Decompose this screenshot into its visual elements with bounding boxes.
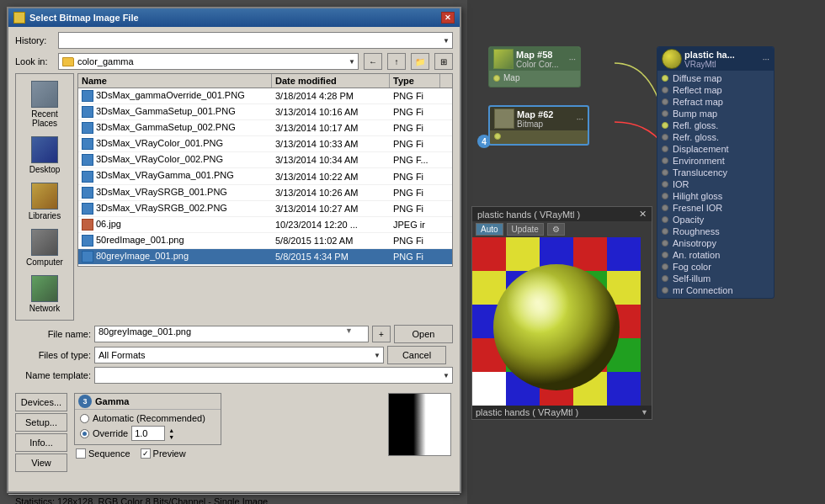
history-label: History: [15,35,53,45]
dialog-bottom: Devices... Setup... Info... View 3 Gamma… [8,393,460,494]
plastic-preview-header: plastic hands ( VRayMtl ) ✕ [472,207,652,221]
nav-computer[interactable]: Computer [18,225,72,270]
prop-displacement-label: Displacement [673,144,729,154]
vraymtl-thumb [662,49,682,69]
titlebar-left: Select Bitmap Image File [13,12,139,24]
nav-recent-places[interactable]: Recent Places [18,77,72,131]
file-row[interactable]: 3DsMax_VRayColor_002.PNG 3/13/2014 10:34… [78,152,452,168]
filetype-combo[interactable]: All Formats [94,347,384,363]
lookin-label: Look in: [15,56,53,66]
file-row[interactable]: 3DsMax_VRayGamma_001.PNG 3/13/2014 10:22… [78,168,452,184]
file-row[interactable]: 80greyImage_001.png 5/8/2015 4:34 PM PNG… [78,249,452,265]
file-row[interactable]: 3DsMax_VRayColor_001.PNG 3/13/2014 10:33… [78,136,452,152]
nav-libraries-label: Libraries [29,211,61,220]
file-list[interactable]: Name Date modified Type 3DsMax_gammaOver… [77,73,453,267]
file-row[interactable]: 06.jpg 10/23/2014 12:20 ... JPEG ir [78,217,452,233]
preview-image [388,393,451,456]
filename-input[interactable]: 80greyImage_001.png ▼ [94,326,369,342]
filename-btn[interactable]: + [372,326,391,342]
prop-reflect-map: Reflect map [657,84,774,96]
nav-computer-label: Computer [26,257,63,267]
prop-translucency-label: Translucency [673,167,727,178]
node-map62-thumb [494,109,514,129]
prop-fog: Fog color [657,261,774,273]
node-vraymtl[interactable]: plastic ha... VRayMtl ··· Diffuse map Re… [657,46,774,299]
preview-dropdown[interactable]: plastic hands ( VRayMtl ) ▼ [472,406,652,419]
socket-anisotropy [662,240,668,247]
file-row[interactable]: 3DsMax_GammaSetup_002.PNG 3/13/2014 10:1… [78,120,452,136]
nav-network[interactable]: Network [18,272,72,316]
col-date-header: Date modified [272,74,390,88]
close-button[interactable]: ✕ [441,12,455,24]
view-button[interactable]: View [15,454,67,472]
file-list-area: Recent Places Desktop Libraries Computer… [15,73,453,321]
file-icon [82,138,93,150]
file-date-cell: 3/13/2014 10:33 AM [272,138,390,150]
prop-refl-gloss-label: Refl. gloss. [673,120,718,130]
cancel-button[interactable]: Cancel [387,346,446,364]
vraymtl-title: plastic ha... [684,50,735,60]
prop-translucency: Translucency [657,167,774,178]
node-map62-menu[interactable]: ··· [577,114,583,124]
override-spinner[interactable]: 1.0 [131,426,165,441]
auto-btn[interactable]: Auto [476,223,503,236]
file-row[interactable]: 3DsMax_GammaSetup_001.PNG 3/13/2014 10:1… [78,104,452,120]
preview-label: Preview [153,448,186,459]
file-date-cell: 5/8/2015 11:02 AM [272,235,390,247]
gamma-body: Automatic (Recommended) Override 1.0 ▲ ▼ [75,410,221,444]
preview-checkbox[interactable] [141,448,151,459]
spinner-down[interactable]: ▼ [168,434,174,440]
nav-desktop[interactable]: Desktop [18,133,72,178]
node-map58-titles: Map #58 Color Cor... [516,50,559,69]
prop-roughness: Roughness [657,225,774,237]
nametemplate-combo[interactable] [94,367,453,384]
setup-button[interactable]: Setup... [15,413,67,432]
prop-anisotropy-label: Anisotropy [673,238,716,248]
dialog-title-icon [13,12,25,24]
file-row[interactable]: 3DsMax_VRaySRGB_002.PNG 3/13/2014 10:27 … [78,201,452,217]
plastic-preview-panel: plastic hands ( VRayMtl ) ✕ Auto Update … [471,206,652,420]
update-btn[interactable]: Update [507,223,544,236]
file-row[interactable]: 50redImage_001.png 5/8/2015 11:02 AM PNG… [78,233,452,249]
nav-new-btn[interactable]: 📁 [411,53,429,70]
prop-bump-label: Bump map [673,109,717,119]
filename-value: 80greyImage_001.png [98,326,191,337]
prop-fresnel: Fresnel IOR [657,202,774,214]
sequence-checkbox[interactable] [76,448,86,459]
preview-settings-btn[interactable]: ⚙ [547,223,565,236]
node-map62-body [490,130,588,144]
auto-radio-row: Automatic (Recommended) [80,413,216,423]
nav-back-btn[interactable]: ← [364,53,382,70]
node-map62-header: Map #62 Bitmap ··· [490,107,588,130]
spinner-up[interactable]: ▲ [168,427,174,433]
override-radio[interactable] [80,429,89,438]
node-map62[interactable]: Map #62 Bitmap ··· [488,105,589,146]
devices-button[interactable]: Devices... [15,393,67,411]
nav-view-btn[interactable]: ⊞ [434,53,453,70]
file-date-cell: 3/18/2014 4:28 PM [272,90,390,102]
history-combo[interactable] [58,32,453,49]
vraymtl-titles: plastic ha... VRayMtl [684,50,735,69]
sequence-check-row: Sequence [76,448,130,459]
file-row[interactable]: 82greyImage_001.png 5/8/2015 4:22 PM PNG… [78,265,452,267]
nav-libraries[interactable]: Libraries [18,179,72,224]
vraymtl-menu[interactable]: ··· [763,55,769,64]
node-map58-menu[interactable]: ··· [569,55,576,64]
filetype-label: Files of type: [15,350,91,360]
spinner-arrows[interactable]: ▲ ▼ [168,427,174,440]
socket-reflect [662,87,668,93]
info-button[interactable]: Info... [15,433,67,452]
lookin-combo[interactable]: color_gamma [58,53,359,70]
plastic-preview-close[interactable]: ✕ [639,209,647,220]
nav-desktop-label: Desktop [29,165,61,174]
prop-fog-label: Fog color [673,262,711,272]
file-date-cell: 5/8/2015 4:34 PM [272,251,390,263]
file-row[interactable]: 3DsMax_gammaOverride_001.PNG 3/18/2014 4… [78,88,452,104]
node-map58[interactable]: Map #58 Color Cor... ··· Map [488,46,581,88]
nav-up-btn[interactable]: ↑ [387,53,406,70]
auto-radio[interactable] [80,414,89,423]
statistics-bar: Statistics: 128x128, RGB Color 8 Bits/Ch… [8,494,460,504]
file-row[interactable]: 3DsMax_VRaySRGB_001.PNG 3/13/2014 10:26 … [78,185,452,201]
open-button[interactable]: Open [394,325,453,343]
file-type-cell: PNG Fi [390,122,440,134]
